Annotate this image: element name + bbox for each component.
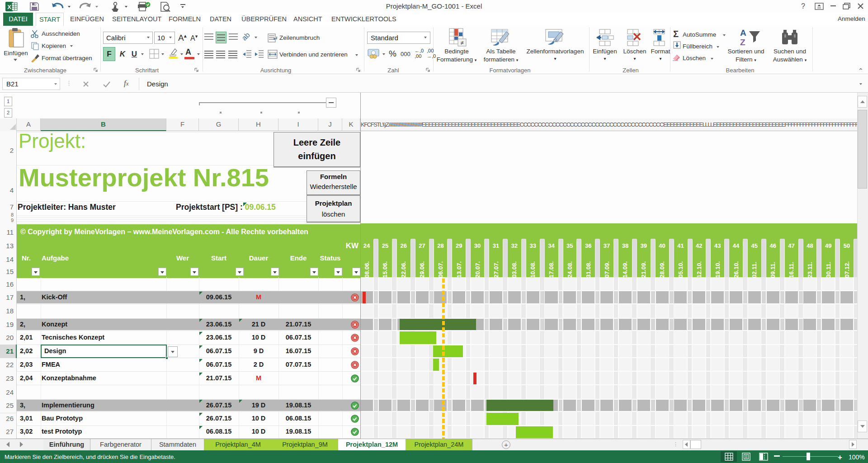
svg-text:≠: ≠ (460, 39, 463, 46)
